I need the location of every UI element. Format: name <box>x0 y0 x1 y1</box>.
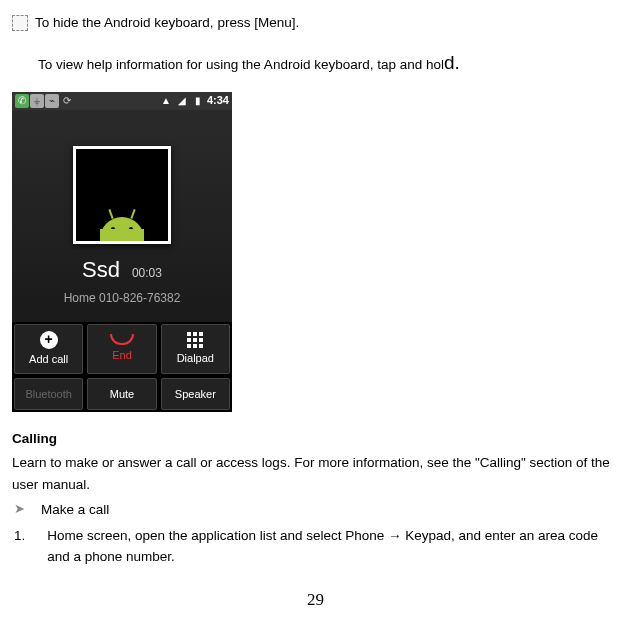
bullet-text: Make a call <box>41 499 109 521</box>
bluetooth-label: Bluetooth <box>25 386 71 404</box>
add-call-label: Add call <box>29 351 68 369</box>
tip-hide-keyboard: To hide the Android keyboard, press [Men… <box>35 12 299 34</box>
android-avatar-icon <box>76 149 168 241</box>
bluetooth-button[interactable]: Bluetooth <box>14 378 83 410</box>
in-call-screen: Ssd 00:03 Home 010-826-76382 <box>12 110 232 322</box>
usb-icon: ⏚ <box>30 94 44 108</box>
dialpad-label: Dialpad <box>177 350 214 368</box>
clock: 4:34 <box>207 92 229 110</box>
hangup-icon <box>110 334 134 345</box>
section-intro: Learn to make or answer a call or access… <box>12 452 619 495</box>
placeholder-icon <box>12 15 28 31</box>
end-call-button[interactable]: End <box>87 324 156 374</box>
wifi-icon: ▲ <box>159 94 173 108</box>
avatar-frame <box>73 146 171 244</box>
phone-screenshot: ✆ ⏚ ⌁ ⟳ ▲ ◢ ▮ 4:34 Ssd <box>12 92 232 412</box>
dialpad-icon <box>187 332 203 348</box>
end-label: End <box>112 347 132 365</box>
mute-label: Mute <box>110 386 134 404</box>
battery-icon: ▮ <box>191 94 205 108</box>
dialpad-button[interactable]: Dialpad <box>161 324 230 374</box>
add-call-button[interactable]: + Add call <box>14 324 83 374</box>
sync-icon: ⟳ <box>60 94 74 108</box>
signal-icon: ◢ <box>175 94 189 108</box>
tip-help-text: To view help information for using the A… <box>38 57 444 72</box>
bullet-icon: ➤ <box>14 499 25 520</box>
page-number: 29 <box>12 586 619 613</box>
mute-button[interactable]: Mute <box>87 378 156 410</box>
contact-name: Ssd <box>82 252 120 287</box>
step-number: 1. <box>14 525 25 568</box>
call-duration: 00:03 <box>132 264 162 283</box>
speaker-label: Speaker <box>175 386 216 404</box>
status-bar: ✆ ⏚ ⌁ ⟳ ▲ ◢ ▮ 4:34 <box>12 92 232 110</box>
speaker-button[interactable]: Speaker <box>161 378 230 410</box>
debug-icon: ⌁ <box>45 94 59 108</box>
phone-status-icon: ✆ <box>15 94 29 108</box>
step-text: Home screen, open the application list a… <box>47 525 619 568</box>
tip-help-suffix: d. <box>444 52 460 73</box>
section-heading: Calling <box>12 428 619 450</box>
contact-number: Home 010-826-76382 <box>12 289 232 322</box>
plus-icon: + <box>40 331 58 349</box>
